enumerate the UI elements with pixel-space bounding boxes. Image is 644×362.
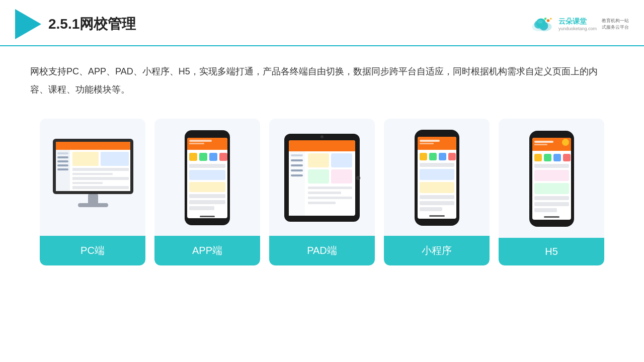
pad-tablet-icon xyxy=(282,131,362,224)
miniprogram-phone-icon xyxy=(413,129,461,227)
logo-triangle-icon xyxy=(15,9,41,39)
brand-name: 云朵课堂 xyxy=(558,17,597,26)
svg-rect-58 xyxy=(291,174,303,176)
svg-point-94 xyxy=(562,139,569,146)
svg-rect-26 xyxy=(72,182,103,184)
device-cards-container: PC端 xyxy=(0,109,644,281)
svg-rect-36 xyxy=(189,143,204,144)
svg-rect-18 xyxy=(57,164,68,166)
miniprogram-image-area xyxy=(384,119,490,236)
svg-rect-52 xyxy=(289,147,355,151)
svg-rect-57 xyxy=(291,169,303,171)
page-header: 2.5.1网校管理 云朵课堂 yunduoketang.com xyxy=(0,0,644,46)
svg-point-6 xyxy=(537,20,543,24)
svg-point-7 xyxy=(547,19,549,22)
svg-rect-89 xyxy=(543,131,560,138)
svg-rect-16 xyxy=(57,156,68,158)
svg-rect-85 xyxy=(420,207,442,211)
svg-rect-91 xyxy=(532,147,571,151)
pc-image-area xyxy=(40,119,145,236)
svg-point-9 xyxy=(544,18,546,20)
svg-rect-43 xyxy=(189,182,225,192)
header-left: 2.5.1网校管理 xyxy=(15,9,136,39)
svg-rect-17 xyxy=(57,160,68,162)
svg-rect-47 xyxy=(200,216,215,217)
svg-rect-77 xyxy=(429,153,437,160)
svg-rect-96 xyxy=(544,154,551,161)
svg-rect-75 xyxy=(420,143,434,144)
svg-rect-27 xyxy=(72,186,129,189)
svg-rect-79 xyxy=(448,153,456,160)
svg-rect-65 xyxy=(308,192,341,194)
svg-rect-13 xyxy=(56,148,130,150)
svg-rect-34 xyxy=(187,146,227,150)
svg-rect-73 xyxy=(418,146,456,150)
pc-label: PC端 xyxy=(40,236,145,265)
svg-rect-86 xyxy=(429,215,445,217)
page-title: 2.5.1网校管理 xyxy=(48,15,136,34)
svg-point-50 xyxy=(320,135,324,138)
brand-logo: 云朵课堂 yunduoketang.com 教育机构一站式服务云平台 xyxy=(528,16,629,32)
svg-point-68 xyxy=(356,176,360,180)
svg-rect-40 xyxy=(219,153,227,161)
svg-rect-37 xyxy=(189,153,197,161)
description-text: 网校支持PC、APP、PAD、小程序、H5，实现多端打通，产品各终端自由切换，数… xyxy=(0,46,644,109)
cloud-icon xyxy=(528,16,555,32)
svg-rect-54 xyxy=(291,154,303,156)
svg-rect-76 xyxy=(420,153,427,160)
svg-rect-102 xyxy=(534,196,569,200)
svg-rect-41 xyxy=(189,164,225,168)
brand-url: yunduoketang.com xyxy=(558,26,597,31)
app-card: APP端 xyxy=(154,119,260,265)
svg-rect-25 xyxy=(72,177,129,180)
svg-rect-64 xyxy=(308,187,352,189)
svg-rect-61 xyxy=(331,153,352,167)
svg-rect-100 xyxy=(534,170,569,181)
svg-rect-45 xyxy=(189,200,225,204)
svg-rect-80 xyxy=(420,163,454,167)
svg-rect-39 xyxy=(209,153,217,161)
svg-rect-29 xyxy=(78,203,108,207)
h5-label: H5 xyxy=(499,238,604,265)
svg-rect-74 xyxy=(420,140,440,142)
svg-rect-93 xyxy=(534,144,547,145)
miniprogram-label: 小程序 xyxy=(384,236,490,265)
pc-monitor-icon xyxy=(49,136,137,219)
svg-rect-44 xyxy=(189,194,225,198)
pad-image-area xyxy=(269,119,375,236)
svg-rect-97 xyxy=(553,154,561,161)
svg-rect-99 xyxy=(534,164,569,168)
svg-rect-71 xyxy=(428,130,446,137)
svg-rect-23 xyxy=(72,168,129,171)
svg-rect-81 xyxy=(420,169,454,180)
svg-rect-21 xyxy=(72,152,99,166)
svg-rect-66 xyxy=(308,197,352,199)
svg-rect-62 xyxy=(308,169,329,184)
app-label: APP端 xyxy=(154,236,260,265)
brand-slogan: 教育机构一站式服务云平台 xyxy=(602,18,629,31)
pad-card: PAD端 xyxy=(269,119,375,265)
svg-rect-56 xyxy=(291,164,303,166)
h5-card: H5 xyxy=(499,119,604,265)
svg-rect-92 xyxy=(534,141,553,143)
svg-rect-101 xyxy=(534,183,569,194)
svg-rect-103 xyxy=(534,202,569,206)
svg-rect-78 xyxy=(439,153,446,160)
svg-rect-67 xyxy=(308,202,336,204)
miniprogram-card: 小程序 xyxy=(384,119,490,265)
svg-rect-35 xyxy=(189,140,212,142)
svg-point-8 xyxy=(550,18,552,20)
app-image-area xyxy=(154,119,260,236)
svg-rect-32 xyxy=(198,130,216,136)
svg-rect-60 xyxy=(308,153,329,167)
svg-rect-84 xyxy=(420,201,454,205)
svg-rect-28 xyxy=(88,194,98,204)
svg-rect-15 xyxy=(57,152,68,154)
svg-rect-19 xyxy=(57,168,68,170)
svg-rect-105 xyxy=(544,216,559,218)
svg-rect-95 xyxy=(534,154,542,161)
h5-phone-icon xyxy=(528,130,576,228)
svg-rect-82 xyxy=(420,182,454,193)
brand-name-text: 云朵课堂 yunduoketang.com xyxy=(558,17,597,31)
h5-image-area xyxy=(499,119,604,238)
